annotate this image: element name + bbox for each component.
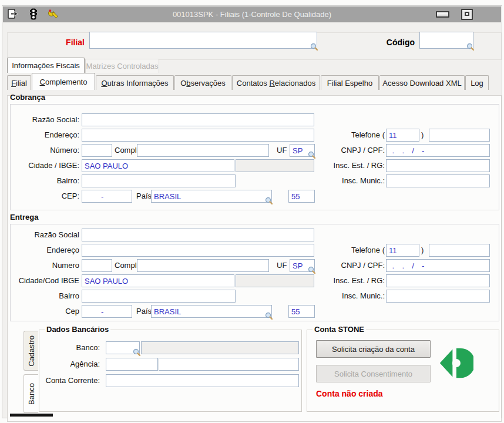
cobranca-section-title: Cobrança [10, 93, 45, 102]
compl-label: Compl. [115, 259, 138, 272]
agencia-input[interactable] [106, 358, 158, 371]
tab-label: Log [471, 79, 483, 88]
tab-accel: b [186, 79, 190, 88]
numero-input[interactable] [82, 144, 112, 157]
uf-lookup-icon[interactable] [308, 151, 316, 159]
tab-text: O [180, 79, 186, 88]
ddd-input[interactable] [386, 129, 419, 142]
tab-label: Outras Informações [101, 79, 168, 88]
cnpj-label: CNPJ / CPF: [314, 259, 385, 272]
minimize-button[interactable] [436, 11, 449, 18]
tab-label: Contatos Relacionados [237, 79, 315, 88]
tab-contatos-relacionados[interactable]: Contatos Relacionados [232, 75, 320, 90]
uf-field[interactable] [290, 259, 315, 272]
razao-social-input[interactable] [82, 229, 314, 241]
tab-filial[interactable]: Filial [7, 75, 31, 90]
tab-informacoes-fiscais[interactable]: Informações Fiscais [7, 58, 85, 73]
uf-lookup-icon[interactable] [308, 266, 316, 274]
endereco-input[interactable] [82, 129, 314, 142]
insc-est-input[interactable] [386, 159, 490, 172]
filial-field[interactable] [89, 32, 317, 49]
pais-field[interactable] [151, 305, 272, 318]
cnpj-input[interactable] [386, 144, 490, 157]
agencia-complemento-input[interactable] [159, 358, 299, 371]
banco-field[interactable] [106, 341, 140, 354]
stone-logo-icon [438, 347, 473, 379]
bairro-label: Bairro: [15, 174, 79, 187]
pais-input[interactable] [151, 305, 272, 318]
pais-lookup-icon[interactable] [265, 197, 273, 205]
pais-cod-input[interactable] [288, 305, 315, 318]
tab-text: elacionados [275, 79, 315, 88]
pais-field[interactable] [151, 190, 272, 203]
tab-complemento[interactable]: Complemento [32, 73, 95, 90]
maximize-button[interactable] [461, 9, 473, 20]
pais-cod-input[interactable] [288, 190, 315, 203]
tab-text: utras Informações [107, 79, 169, 88]
agencia-label: Agência: [38, 358, 100, 371]
cnpj-input[interactable] [386, 259, 490, 272]
cidade-input[interactable] [82, 274, 234, 287]
cidade-input[interactable] [82, 159, 234, 172]
filial-input[interactable] [89, 32, 317, 49]
pais-lookup-icon[interactable] [265, 312, 273, 320]
tab-matrizes-controladas[interactable]: Matrizes Controladas [85, 59, 159, 73]
conta-corrente-input[interactable] [106, 374, 299, 387]
filial-label: Filial [26, 34, 85, 51]
cep-label: CEP: [15, 190, 79, 203]
bairro-label: Bairro [15, 290, 79, 303]
cep-input[interactable] [82, 190, 132, 203]
splitter-handle[interactable] [10, 414, 53, 417]
exit-icon[interactable] [7, 8, 19, 20]
ddd-input[interactable] [386, 244, 419, 257]
telefone-input[interactable] [429, 244, 490, 257]
tab-text: Contatos [237, 79, 270, 88]
codigo-input[interactable] [419, 32, 473, 49]
codigo-field[interactable] [419, 32, 473, 49]
codigo-label: Código [378, 34, 415, 51]
pais-input[interactable] [151, 190, 272, 203]
tab-label: Informações Fiscais [12, 61, 80, 70]
bairro-input[interactable] [82, 174, 236, 187]
compl-input[interactable] [137, 259, 269, 272]
insc-mun-input[interactable] [386, 174, 490, 187]
bairro-input[interactable] [82, 290, 236, 303]
numero-input[interactable] [82, 259, 112, 272]
razao-social-label: Razão Social [15, 229, 79, 241]
tab-label: Matrizes Controladas [86, 62, 159, 70]
insc-est-input[interactable] [386, 274, 490, 287]
razao-social-input[interactable] [82, 113, 314, 126]
application-window: 001013SPK - Filiais (1-Controle De Quali… [0, 0, 504, 423]
side-tab-label: Banco [27, 383, 36, 405]
side-tab-cadastro[interactable]: Cadastro [23, 331, 38, 371]
insc-mun-label: Insc. Munic.: [314, 174, 385, 187]
ibge-input [236, 274, 314, 287]
filial-lookup-icon[interactable] [310, 43, 318, 51]
tab-filial-espelho[interactable]: Filial Espelho [321, 75, 379, 90]
tab-observacoes[interactable]: Observações [174, 75, 231, 90]
uf-label: UF [277, 144, 288, 157]
tab-accel: O [101, 79, 107, 88]
cidade-ibge-label: Cidade/Cod IBGE [9, 274, 79, 287]
wrench-icon[interactable] [48, 8, 59, 20]
cep-input[interactable] [82, 305, 132, 318]
side-tab-banco[interactable]: Banco [23, 374, 38, 413]
telefone-input[interactable] [429, 129, 490, 142]
tab-outras-informacoes[interactable]: Outras Informações [96, 75, 174, 90]
pais-label: País [136, 190, 152, 203]
uf-field[interactable] [290, 144, 315, 157]
window-titlebar[interactable]: 001013SPK - Filiais (1-Controle De Quali… [3, 6, 501, 22]
conta-stone-status: Conta não criada [316, 389, 383, 398]
traffic-light-icon[interactable] [28, 8, 39, 20]
form-window: 001013SPK - Filiais (1-Controle De Quali… [2, 5, 502, 418]
compl-input[interactable] [137, 144, 269, 157]
tab-acesso-download-xml[interactable]: Acesso Download XML [379, 75, 465, 90]
codigo-lookup-icon[interactable] [466, 43, 475, 51]
dados-bancarios-title: Dados Bancários [45, 325, 110, 334]
solicita-consentimento-button[interactable]: Solicita Consentimento [316, 365, 431, 382]
endereco-input[interactable] [82, 244, 314, 257]
banco-lookup-icon[interactable] [133, 348, 141, 357]
insc-mun-input[interactable] [386, 290, 490, 303]
solicita-criacao-conta-button[interactable]: Solicita criação da conta [316, 340, 431, 358]
tab-log[interactable]: Log [465, 75, 489, 90]
